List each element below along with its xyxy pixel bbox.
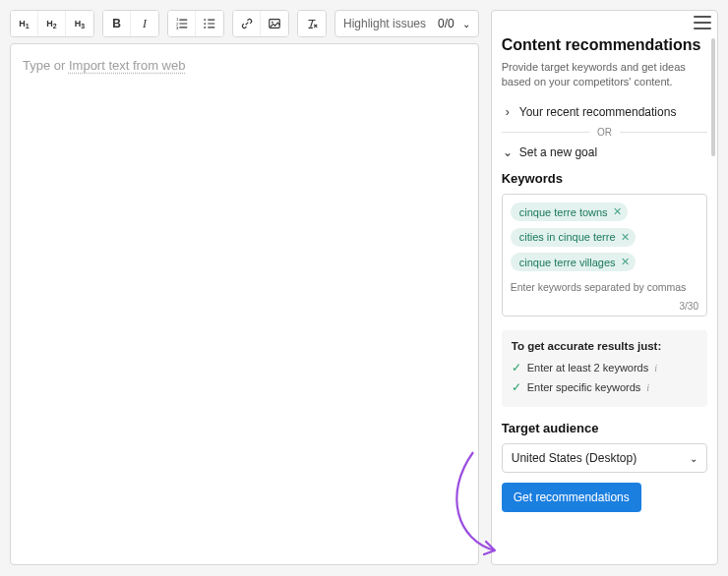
- svg-text:3: 3: [175, 26, 178, 30]
- tips-box: To get accurate results just: ✓ Enter at…: [502, 330, 707, 407]
- ordered-list-button[interactable]: 123: [168, 11, 196, 36]
- audience-value: United States (Desktop): [512, 451, 637, 465]
- recent-recommendations-toggle[interactable]: › Your recent recommendations: [502, 99, 707, 125]
- check-icon: ✓: [512, 380, 521, 394]
- heading-1-button[interactable]: H1: [11, 11, 38, 36]
- set-new-goal-label: Set a new goal: [519, 145, 597, 159]
- clear-group: [297, 10, 327, 37]
- recommendations-panel: Content recommendations Provide target k…: [491, 10, 718, 565]
- or-divider: OR: [502, 127, 707, 138]
- tip-row: ✓ Enter specific keywords i: [512, 377, 698, 397]
- link-button[interactable]: [233, 11, 261, 36]
- get-recommendations-button[interactable]: Get recommendations: [502, 483, 641, 512]
- audience-heading: Target audience: [502, 421, 707, 435]
- highlight-issues-label: Highlight issues: [343, 17, 426, 30]
- heading-group: H1 H2 H3: [10, 10, 94, 37]
- info-icon[interactable]: i: [654, 363, 657, 374]
- keyword-chip: cinque terre villages ✕: [511, 253, 636, 271]
- recent-recommendations-label: Your recent recommendations: [519, 105, 677, 119]
- set-new-goal-toggle[interactable]: ⌄ Set a new goal: [502, 140, 707, 165]
- keyword-chip-label: cinque terre villages: [519, 257, 616, 268]
- svg-point-13: [272, 22, 273, 24]
- svg-point-10: [204, 27, 206, 29]
- panel-title: Content recommendations: [502, 36, 707, 54]
- editor-toolbar: H1 H2 H3 B I 123: [10, 10, 479, 37]
- italic-button[interactable]: I: [131, 11, 158, 36]
- keywords-text-input[interactable]: [511, 279, 698, 297]
- tip-text: Enter at least 2 keywords: [527, 362, 649, 374]
- highlight-issues-count: 0/0: [438, 17, 455, 30]
- bold-button[interactable]: B: [103, 11, 131, 36]
- list-group: 123: [167, 10, 224, 37]
- import-text-link[interactable]: Import text from web: [69, 58, 185, 73]
- remove-keyword-icon[interactable]: ✕: [613, 205, 622, 218]
- panel-description: Provide target keywords and get ideas ba…: [502, 60, 707, 89]
- keyword-chip: cinque terre towns ✕: [511, 202, 628, 221]
- audience-select[interactable]: United States (Desktop) ⌄: [502, 443, 707, 473]
- image-button[interactable]: [261, 11, 288, 36]
- heading-2-button[interactable]: H2: [38, 11, 66, 36]
- keywords-input-box[interactable]: cinque terre towns ✕ cities in cinque te…: [502, 194, 707, 317]
- unordered-list-button[interactable]: [196, 11, 223, 36]
- check-icon: ✓: [512, 361, 521, 374]
- tip-row: ✓ Enter at least 2 keywords i: [512, 358, 698, 377]
- keywords-heading: Keywords: [502, 171, 707, 186]
- heading-3-button[interactable]: H3: [66, 11, 93, 36]
- keywords-counter: 3/30: [511, 301, 698, 312]
- remove-keyword-icon[interactable]: ✕: [621, 231, 630, 244]
- editor-panel: H1 H2 H3 B I 123: [10, 10, 479, 565]
- tip-text: Enter specific keywords: [527, 381, 641, 393]
- highlight-issues-select[interactable]: Highlight issues 0/0 ⌄: [334, 10, 479, 37]
- clear-format-button[interactable]: [298, 11, 326, 36]
- svg-point-6: [204, 19, 206, 21]
- insert-group: [232, 10, 289, 37]
- editor-placeholder: Type or Import text from web: [23, 58, 185, 73]
- chevron-down-icon: ⌄: [502, 145, 514, 159]
- chevron-down-icon: ⌄: [462, 19, 470, 29]
- remove-keyword-icon[interactable]: ✕: [621, 256, 630, 268]
- editor-textarea[interactable]: Type or Import text from web: [10, 43, 479, 565]
- chevron-right-icon: ›: [502, 105, 514, 119]
- chevron-down-icon: ⌄: [690, 453, 698, 464]
- info-icon[interactable]: i: [646, 382, 649, 393]
- keyword-chip-label: cinque terre towns: [519, 206, 608, 218]
- svg-point-8: [204, 23, 206, 25]
- keyword-chip-label: cities in cinque terre: [519, 231, 616, 243]
- panel-menu-icon[interactable]: [694, 16, 711, 29]
- tips-title: To get accurate results just:: [512, 340, 698, 352]
- keyword-chip: cities in cinque terre ✕: [511, 228, 636, 247]
- style-group: B I: [102, 10, 159, 37]
